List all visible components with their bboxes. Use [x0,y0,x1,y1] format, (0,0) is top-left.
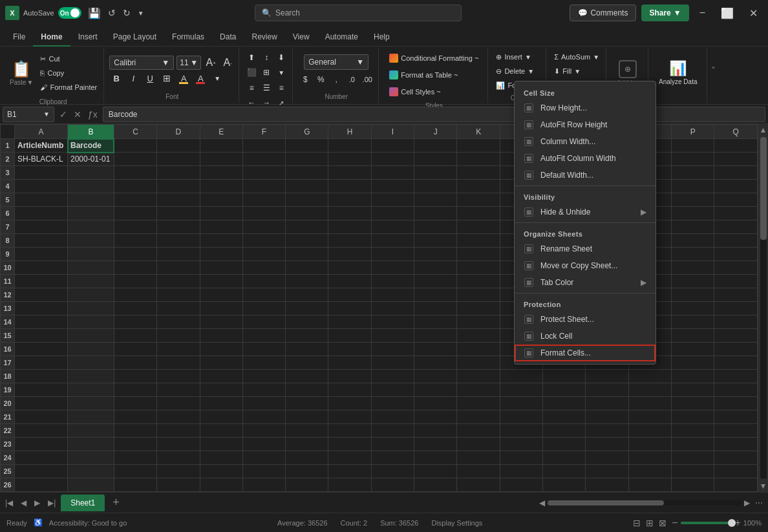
cell-B26[interactable] [68,478,114,492]
cell-D3[interactable] [157,166,200,180]
cell-F18[interactable] [242,370,285,383]
tab-automate[interactable]: Automate [317,28,366,47]
cell-C20[interactable] [114,397,156,410]
cell-K18[interactable] [457,370,500,383]
cell-B16[interactable] [68,343,114,356]
cell-P17[interactable] [672,356,714,370]
wrap-text-button[interactable]: ⬛ [244,65,259,80]
cell-O26[interactable] [628,478,671,492]
display-settings-button[interactable]: Display Settings [431,519,482,527]
row-header-25[interactable]: 25 [1,465,15,478]
cell-D22[interactable] [157,424,200,438]
cell-M26[interactable] [543,478,586,492]
cell-G19[interactable] [286,383,328,397]
row-header-21[interactable]: 21 [1,410,15,424]
cell-H20[interactable] [328,397,371,410]
cell-O18[interactable] [628,370,671,383]
cell-Q19[interactable] [714,383,758,397]
cell-G2[interactable] [286,153,328,166]
comments-button[interactable]: 💬 Comments [570,5,636,21]
cell-P3[interactable] [672,166,714,180]
cell-C5[interactable] [114,193,156,207]
cell-Q7[interactable] [714,220,758,234]
cell-H7[interactable] [328,220,371,234]
row-header-19[interactable]: 19 [1,383,15,397]
cell-H2[interactable] [328,153,371,166]
cell-I14[interactable] [371,315,414,329]
cell-Q4[interactable] [714,180,758,193]
tab-formulas[interactable]: Formulas [164,28,212,47]
hscroll-track[interactable] [548,500,741,505]
cell-K21[interactable] [457,410,500,424]
cell-B11[interactable] [68,275,114,288]
tab-prev-button[interactable]: ◀ [18,497,29,509]
number-format-selector[interactable]: General ▼ [304,54,368,70]
cell-H6[interactable] [328,207,371,220]
sum-dropdown-icon[interactable]: ▼ [593,54,599,61]
bold-button[interactable]: B [109,71,123,85]
cell-I21[interactable] [371,410,414,424]
cell-D14[interactable] [157,315,200,329]
cell-P18[interactable] [672,370,714,383]
cell-C18[interactable] [114,370,156,383]
row-header-4[interactable]: 4 [1,180,15,193]
row-header-12[interactable]: 12 [1,288,15,302]
cell-I25[interactable] [371,465,414,478]
cell-J8[interactable] [414,234,457,248]
cell-E25[interactable] [200,465,242,478]
fill-color-button[interactable]: A [176,71,191,85]
cell-A12[interactable] [15,288,68,302]
cell-F11[interactable] [242,275,285,288]
customize-qat-button[interactable]: ▼ [135,8,147,18]
cell-K5[interactable] [457,193,500,207]
cell-F26[interactable] [242,478,285,492]
cell-F22[interactable] [242,424,285,438]
copy-button[interactable]: ⎘ Copy [37,67,100,80]
cell-G11[interactable] [286,275,328,288]
cell-J5[interactable] [414,193,457,207]
cell-C24[interactable] [114,451,156,465]
row-header-16[interactable]: 16 [1,343,15,356]
cell-J1[interactable] [414,139,457,153]
col-header-q[interactable]: Q [714,125,758,139]
cell-A24[interactable] [15,451,68,465]
format-as-table-button[interactable]: Format as Table ~ [384,67,463,83]
cell-F5[interactable] [242,193,285,207]
cell-F2[interactable] [242,153,285,166]
scroll-down-button[interactable]: ▼ [760,482,767,491]
undo-button[interactable]: ↺ [105,6,118,19]
tab-insert[interactable]: Insert [70,28,105,47]
cell-C21[interactable] [114,410,156,424]
cell-E13[interactable] [200,302,242,315]
cell-J19[interactable] [414,383,457,397]
cell-K4[interactable] [457,180,500,193]
cell-J20[interactable] [414,397,457,410]
cell-Q11[interactable] [714,275,758,288]
col-header-a[interactable]: A [15,125,68,139]
row-header-10[interactable]: 10 [1,261,15,275]
row-header-15[interactable]: 15 [1,329,15,343]
cell-O19[interactable] [628,383,671,397]
cell-A21[interactable] [15,410,68,424]
cell-I16[interactable] [371,343,414,356]
col-header-d[interactable]: D [157,125,200,139]
cell-E4[interactable] [200,180,242,193]
cell-F16[interactable] [242,343,285,356]
col-header-e[interactable]: E [200,125,242,139]
cell-H11[interactable] [328,275,371,288]
cell-J16[interactable] [414,343,457,356]
cell-C23[interactable] [114,438,156,451]
cell-K19[interactable] [457,383,500,397]
cell-A5[interactable] [15,193,68,207]
row-header-22[interactable]: 22 [1,424,15,438]
cell-C19[interactable] [114,383,156,397]
cell-K3[interactable] [457,166,500,180]
tab-last-button[interactable]: ▶| [45,497,58,509]
cell-G10[interactable] [286,261,328,275]
cell-G1[interactable] [286,139,328,153]
menu-item-0-2[interactable]: ▦Column Width... [515,133,656,150]
cell-I1[interactable] [371,139,414,153]
cell-F4[interactable] [242,180,285,193]
delete-cells-button[interactable]: ⊖ Delete ▼ [493,65,537,78]
cell-E24[interactable] [200,451,242,465]
